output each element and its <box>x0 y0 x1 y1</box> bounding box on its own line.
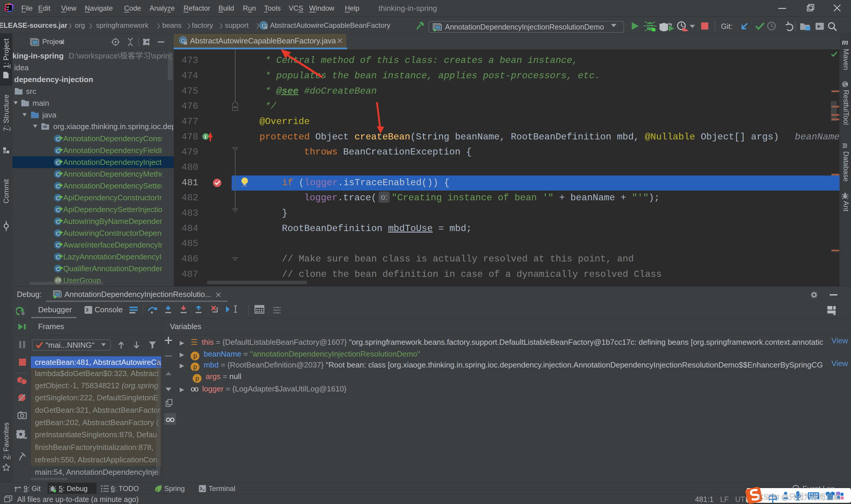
svg-text:Git:: Git: <box>721 22 732 31</box>
svg-text:C: C <box>56 230 60 237</box>
svg-text:C: C <box>56 148 60 154</box>
svg-text:C: C <box>56 172 60 178</box>
svg-text:C: C <box>56 242 60 249</box>
svg-text:C: C <box>56 136 60 142</box>
svg-text:C: C <box>56 195 60 201</box>
svg-text:IJ: IJ <box>7 6 9 8</box>
svg-text:C: C <box>56 254 60 260</box>
svg-text:I: I <box>204 134 206 140</box>
svg-text:C: C <box>56 160 60 166</box>
svg-text:C: C <box>56 207 60 213</box>
svg-text:C: C <box>56 183 60 190</box>
svg-text:C: C <box>56 266 60 272</box>
svg-text:C: C <box>56 219 60 225</box>
